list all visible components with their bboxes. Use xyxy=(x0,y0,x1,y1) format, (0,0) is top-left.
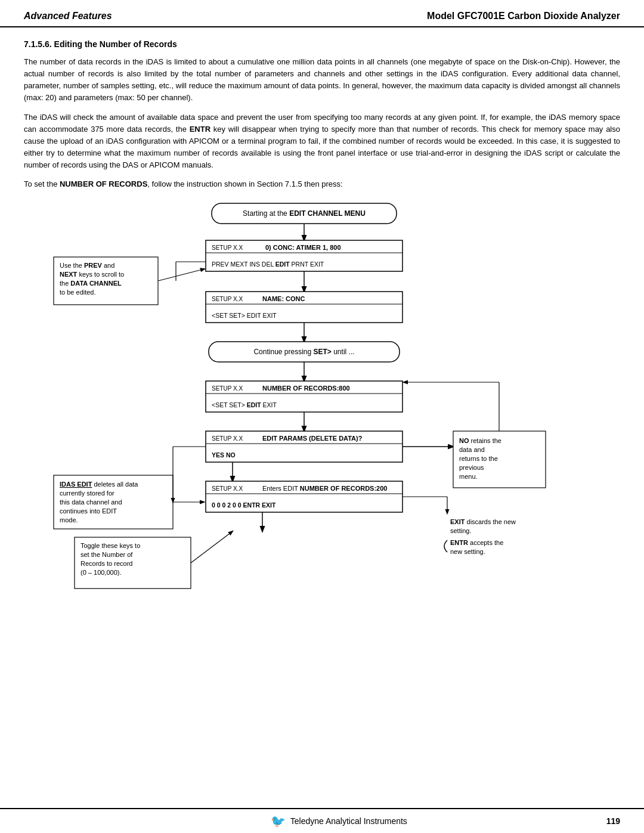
brand-icon: 🐦 xyxy=(271,814,286,828)
paragraph-3: To set the NUMBER OF RECORDS, follow the… xyxy=(24,178,620,190)
svg-text:menu.: menu. xyxy=(459,473,478,480)
brand-name: Teledyne Analytical Instruments xyxy=(290,816,407,826)
svg-line-63 xyxy=(191,531,233,563)
svg-text:currently stored for: currently stored for xyxy=(60,490,114,497)
svg-text:Records to record: Records to record xyxy=(80,560,132,567)
header-left: Advanced Features xyxy=(24,11,112,21)
paragraph-1: The number of data records in the iDAS i… xyxy=(24,56,620,104)
svg-text:set the Number of: set the Number of xyxy=(80,551,133,558)
svg-text:SETUP X.X: SETUP X.X xyxy=(212,244,243,251)
svg-text:EXIT discards the new: EXIT discards the new xyxy=(450,518,516,525)
svg-text:the DATA CHANNEL: the DATA CHANNEL xyxy=(60,280,122,287)
svg-text:<SET  SET>  EDIT              : <SET SET> EDIT EXIT xyxy=(212,401,277,408)
svg-line-13 xyxy=(158,269,205,281)
svg-text:(0 – 100,000).: (0 – 100,000). xyxy=(80,569,122,576)
svg-text:continues into EDIT: continues into EDIT xyxy=(60,507,117,515)
svg-text:SETUP X.X: SETUP X.X xyxy=(212,296,243,302)
svg-text:0) CONC:  ATIMER 1, 800: 0) CONC: ATIMER 1, 800 xyxy=(265,244,341,251)
flowchart: Starting at the EDIT CHANNEL MENU SETUP … xyxy=(24,197,620,657)
svg-text:Toggle these keys to: Toggle these keys to xyxy=(80,542,140,549)
svg-text:SETUP X.X: SETUP X.X xyxy=(212,485,243,492)
flowchart-svg: Starting at the EDIT CHANNEL MENU SETUP … xyxy=(36,197,608,657)
svg-text:NUMBER OF RECORDS:800: NUMBER OF RECORDS:800 xyxy=(262,385,350,392)
svg-text:<SET  SET>  EDIT              : <SET SET> EDIT EXIT xyxy=(212,312,277,319)
section-title: 7.1.5.6. Editing the Number of Records xyxy=(24,39,620,49)
svg-text:Continue pressing SET> until .: Continue pressing SET> until ... xyxy=(253,348,354,356)
svg-text:this data channel and: this data channel and xyxy=(60,498,122,506)
footer-brand: 🐦 Teledyne Analytical Instruments xyxy=(271,814,407,828)
svg-text:returns to the: returns to the xyxy=(459,455,498,462)
svg-text:YES   NO: YES NO xyxy=(212,451,236,459)
svg-text:previous: previous xyxy=(459,464,484,471)
svg-text:0    0    0    2    0    0   E: 0 0 0 2 0 0 ENTR EXIT xyxy=(212,501,276,509)
svg-text:Starting at the EDIT CHANNEL M: Starting at the EDIT CHANNEL MENU xyxy=(243,209,366,218)
page-number: 119 xyxy=(606,816,620,826)
svg-text:SETUP X.X: SETUP X.X xyxy=(212,385,243,392)
svg-text:NAME: CONC: NAME: CONC xyxy=(262,295,305,302)
svg-text:to be edited.: to be edited. xyxy=(60,289,96,296)
svg-text:Enters EDIT NUMBER OF RECORDS:: Enters EDIT NUMBER OF RECORDS:200 xyxy=(262,485,387,492)
header-right: Model GFC7001E Carbon Dioxide Analyzer xyxy=(427,11,620,21)
page: Advanced Features Model GFC7001E Carbon … xyxy=(0,0,644,833)
svg-text:setting.: setting. xyxy=(450,527,471,534)
paragraph-2: The iDAS will check the amount of availa… xyxy=(24,112,620,172)
svg-text:NEXT keys to scroll to: NEXT keys to scroll to xyxy=(60,271,124,278)
main-content: 7.1.5.6. Editing the Number of Records T… xyxy=(0,27,644,808)
svg-text:IDAS EDIT deletes all data: IDAS EDIT deletes all data xyxy=(60,481,138,488)
svg-text:PREV MEXT        INS   DEL   E: PREV MEXT INS DEL EDIT PRNT EXIT xyxy=(212,261,324,268)
svg-text:mode.: mode. xyxy=(60,516,78,524)
svg-text:ENTR accepts the: ENTR accepts the xyxy=(450,539,503,546)
svg-text:data and: data and xyxy=(459,446,485,453)
svg-text:EDIT PARAMS (DELETE DATA)?: EDIT PARAMS (DELETE DATA)? xyxy=(262,435,363,442)
svg-text:SETUP X.X: SETUP X.X xyxy=(212,435,243,442)
svg-text:NO retains the: NO retains the xyxy=(459,437,501,444)
page-footer: 🐦 Teledyne Analytical Instruments 119 xyxy=(0,808,644,833)
svg-text:Use the PREV and: Use the PREV and xyxy=(60,262,114,269)
svg-text:new setting.: new setting. xyxy=(450,548,485,555)
page-header: Advanced Features Model GFC7001E Carbon … xyxy=(0,0,644,27)
